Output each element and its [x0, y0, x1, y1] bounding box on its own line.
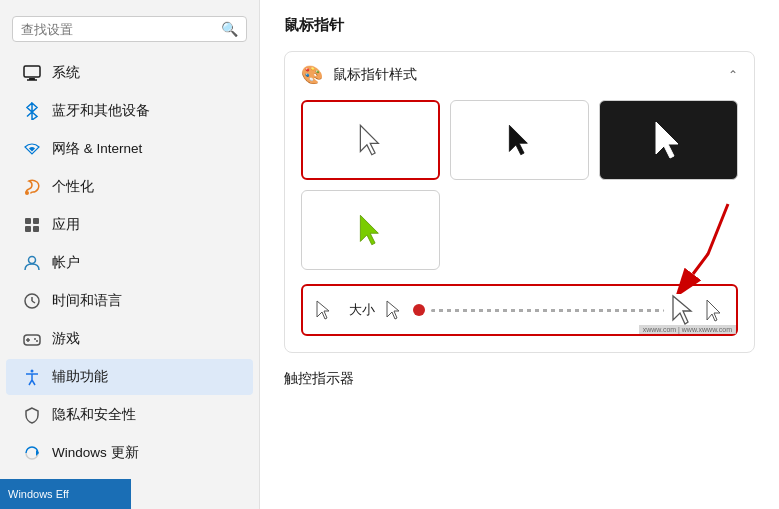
- svg-point-17: [31, 370, 34, 373]
- game-icon: [22, 329, 42, 349]
- accessibility-icon: [22, 367, 42, 387]
- sidebar-item-privacy-label: 隐私和安全性: [52, 406, 136, 424]
- cursor-option-black[interactable]: [450, 100, 589, 180]
- sidebar-item-system-label: 系统: [52, 64, 80, 82]
- paint-icon: [22, 177, 42, 197]
- sidebar-item-windows-update[interactable]: Windows 更新: [6, 435, 253, 471]
- search-icon[interactable]: 🔍: [221, 21, 238, 37]
- apps-icon: [22, 215, 42, 235]
- sidebar-item-system[interactable]: 系统: [6, 55, 253, 91]
- svg-rect-5: [33, 218, 39, 224]
- update-icon: [22, 443, 42, 463]
- sidebar-item-apps[interactable]: 应用: [6, 207, 253, 243]
- touch-section: 触控指示器: [284, 369, 755, 388]
- search-box[interactable]: 🔍: [12, 16, 247, 42]
- size-slider-area: [413, 294, 724, 326]
- sidebar-item-privacy[interactable]: 隐私和安全性: [6, 397, 253, 433]
- taskbar-strip: Windows Eff: [0, 479, 131, 509]
- search-input[interactable]: [21, 22, 221, 37]
- network-icon: [22, 139, 42, 159]
- sidebar-item-windows-update-label: Windows 更新: [52, 444, 139, 462]
- size-row: 大小: [301, 284, 738, 336]
- main-content: 鼠标指针 🎨 鼠标指针样式 ⌃: [260, 0, 779, 509]
- svg-point-16: [36, 340, 38, 342]
- cursor-option-inverted[interactable]: [599, 100, 738, 180]
- sidebar-item-time-label: 时间和语言: [52, 292, 122, 310]
- cursor-option-green[interactable]: [301, 190, 440, 270]
- monitor-icon: [22, 63, 42, 83]
- bluetooth-icon: [22, 101, 42, 121]
- cursor-style-title: 鼠标指针样式: [333, 66, 417, 84]
- svg-line-11: [32, 301, 35, 303]
- chevron-up-icon[interactable]: ⌃: [728, 68, 738, 82]
- sidebar-item-bluetooth[interactable]: 蓝牙和其他设备: [6, 93, 253, 129]
- section-header: 🎨 鼠标指针样式 ⌃: [301, 64, 738, 86]
- cursor-cards-grid: [301, 100, 738, 270]
- sidebar-item-bluetooth-label: 蓝牙和其他设备: [52, 102, 150, 120]
- sidebar-item-accounts-label: 帐户: [52, 254, 80, 272]
- watermark: xwww.com | www.xwww.com: [639, 325, 736, 334]
- taskbar-label: Windows Eff: [8, 488, 69, 500]
- palette-icon: 🎨: [301, 64, 323, 86]
- sidebar-item-accessibility-label: 辅助功能: [52, 368, 108, 386]
- cursor-option-white[interactable]: [301, 100, 440, 180]
- touch-section-title: 触控指示器: [284, 371, 354, 386]
- slider-dot: [413, 304, 425, 316]
- section-header-left: 🎨 鼠标指针样式: [301, 64, 417, 86]
- person-icon: [22, 253, 42, 273]
- size-large-cursor-icon: [670, 294, 698, 326]
- sidebar-item-time[interactable]: 时间和语言: [6, 283, 253, 319]
- size-slider-cursor-icon: [385, 299, 403, 321]
- svg-rect-4: [25, 218, 31, 224]
- svg-rect-7: [33, 226, 39, 232]
- sidebar-item-accessibility[interactable]: 辅助功能: [6, 359, 253, 395]
- size-xlarge-cursor-icon: [704, 298, 724, 322]
- size-label: 大小: [349, 301, 375, 319]
- cursor-style-section: 🎨 鼠标指针样式 ⌃: [284, 51, 755, 353]
- svg-rect-6: [25, 226, 31, 232]
- sidebar-item-personalization-label: 个性化: [52, 178, 94, 196]
- clock-icon: [22, 291, 42, 311]
- svg-point-8: [29, 257, 36, 264]
- size-small-cursor-icon: [315, 299, 333, 321]
- sidebar-item-apps-label: 应用: [52, 216, 80, 234]
- sidebar-item-accounts[interactable]: 帐户: [6, 245, 253, 281]
- sidebar-item-network-label: 网络 & Internet: [52, 140, 142, 158]
- slider-dashes: [431, 309, 664, 312]
- svg-point-15: [34, 338, 36, 340]
- sidebar-item-gaming[interactable]: 游戏: [6, 321, 253, 357]
- page-title: 鼠标指针: [284, 16, 755, 35]
- size-row-wrapper: 大小: [301, 284, 738, 336]
- shield-icon: [22, 405, 42, 425]
- sidebar-item-gaming-label: 游戏: [52, 330, 80, 348]
- svg-rect-0: [24, 66, 40, 77]
- svg-point-3: [25, 191, 29, 195]
- sidebar-item-network[interactable]: 网络 & Internet: [6, 131, 253, 167]
- sidebar: 🔍 系统 蓝牙和其他设备 网络 & Internet: [0, 0, 260, 509]
- sidebar-item-personalization[interactable]: 个性化: [6, 169, 253, 205]
- slider-track[interactable]: [431, 309, 664, 312]
